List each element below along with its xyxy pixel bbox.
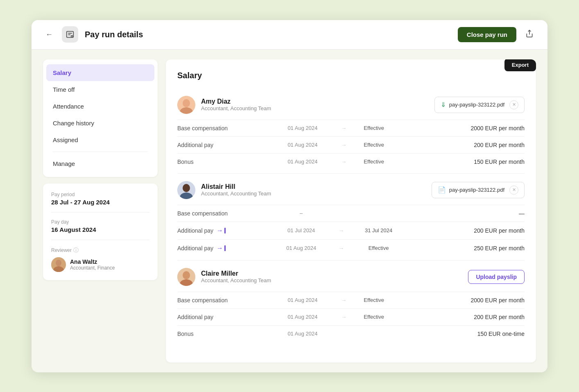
table-row: Bonus 01 Aug 2024 → Effective 150 EUR pe… <box>177 153 525 170</box>
upload-payslip-button[interactable]: Upload payslip <box>468 270 525 284</box>
avatar-claire <box>177 268 195 286</box>
svg-point-14 <box>183 184 190 192</box>
reviewer-name: Ana Waltz <box>70 258 115 265</box>
sidebar-item-salary[interactable]: Salary <box>46 64 154 81</box>
emp-role-alistair: Accountant, Accounting Team <box>201 190 426 197</box>
info-icon: ⓘ <box>73 247 79 254</box>
close-payslip-amy[interactable]: ✕ <box>509 100 518 109</box>
employee-block-alistair: Alistair Hill Accountant, Accounting Tea… <box>177 175 525 257</box>
svg-point-11 <box>183 99 190 107</box>
info-divider-2 <box>51 240 149 240</box>
page-title: Pay run details <box>85 30 451 39</box>
doc-icon: 📄 <box>438 186 446 194</box>
employee-block-amy: Amy Diaz Accountant, Accounting Team ⇓ p… <box>177 90 525 170</box>
emp-info-alistair: Alistair Hill Accountant, Accounting Tea… <box>201 183 426 197</box>
info-divider-1 <box>51 212 149 213</box>
history-arrow-icon-2[interactable]: → <box>217 245 226 252</box>
payslip-badge-amy[interactable]: ⇓ pay-payslip-323122.pdf ✕ <box>434 97 525 113</box>
emp-role-claire: Accountant, Accounting Team <box>201 277 462 283</box>
info-card: Pay period 28 Jul - 27 Aug 2024 Pay day … <box>43 184 158 280</box>
pay-period-value: 28 Jul - 27 Aug 2024 <box>51 199 149 206</box>
pay-day-value: 16 August 2024 <box>51 226 149 233</box>
sidebar-item-manage[interactable]: Manage <box>46 155 154 172</box>
pay-day-row: Pay day 16 August 2024 <box>51 219 149 233</box>
pay-day-label: Pay day <box>51 219 149 225</box>
reviewer-label: Reviewer ⓘ <box>51 247 149 254</box>
sidebar-item-attendance[interactable]: Attendance <box>46 98 154 115</box>
emp-role-amy: Accountant, Accounting Team <box>201 105 429 111</box>
reviewer-details: Ana Waltz Accountant, Finance <box>70 258 115 271</box>
employee-block-claire: Claire Miller Accountant, Accounting Tea… <box>177 262 525 342</box>
nav-divider <box>53 152 148 152</box>
avatar-amy <box>177 96 195 114</box>
reviewer-role: Accountant, Finance <box>70 265 115 271</box>
export-badge[interactable]: Export <box>504 59 536 71</box>
back-button[interactable]: ← <box>43 28 55 41</box>
content-area: Salary Time off Attendance Change histor… <box>32 50 547 372</box>
sidebar: Salary Time off Attendance Change histor… <box>43 59 158 363</box>
payslip-filename-alistair: pay-payslip-323122.pdf <box>449 187 504 193</box>
page-icon <box>62 26 78 43</box>
table-row: Additional pay 01 Aug 2024 → Effective 2… <box>177 136 525 153</box>
table-row: Additional pay → 01 Jul 2024 → 31 Jul 20… <box>177 222 525 239</box>
emp-name-alistair: Alistair Hill <box>201 183 426 190</box>
app-window: ← Pay run details Close pay run <box>32 20 547 372</box>
pay-period-label: Pay period <box>51 192 149 197</box>
emp-name-amy: Amy Diaz <box>201 98 429 105</box>
sidebar-item-change-history[interactable]: Change history <box>46 115 154 131</box>
table-row: Base compensation 01 Aug 2024 → Effectiv… <box>177 292 525 308</box>
reviewer-info: Ana Waltz Accountant, Finance <box>51 257 149 272</box>
section-divider-2 <box>177 260 525 261</box>
close-payslip-alistair[interactable]: ✕ <box>509 186 518 195</box>
history-arrow-icon[interactable]: → <box>217 227 226 234</box>
main-content: Salary Amy Diaz Accoun <box>166 59 536 357</box>
reviewer-row: Reviewer ⓘ Ana Waltz <box>51 247 149 272</box>
pay-table-claire: Base compensation 01 Aug 2024 → Effectiv… <box>177 292 525 342</box>
payslip-badge-alistair[interactable]: 📄 pay-payslip-323122.pdf ✕ <box>432 182 525 198</box>
emp-info-amy: Amy Diaz Accountant, Accounting Team <box>201 98 429 111</box>
payslip-filename-amy: pay-payslip-323122.pdf <box>449 102 504 108</box>
main-panel: Export Salary Amy Dia <box>166 59 536 363</box>
emp-info-claire: Claire Miller Accountant, Accounting Tea… <box>201 270 462 283</box>
top-bar: ← Pay run details Close pay run <box>32 20 547 50</box>
emp-name-claire: Claire Miller <box>201 270 462 277</box>
avatar-alistair <box>177 181 195 199</box>
table-row: Bonus 01 Aug 2024 150 EUR one-time <box>177 325 525 342</box>
share-button[interactable] <box>523 27 536 42</box>
download-icon: ⇓ <box>441 101 446 109</box>
section-divider-1 <box>177 173 525 174</box>
nav-card: Salary Time off Attendance Change histor… <box>43 59 158 177</box>
sidebar-item-time-off[interactable]: Time off <box>46 81 154 98</box>
avatar <box>51 257 66 272</box>
pay-table-alistair: Base compensation – — Additional pay → <box>177 205 525 257</box>
sidebar-item-assigned[interactable]: Assigned <box>46 131 154 148</box>
table-row: Base compensation 01 Aug 2024 → Effectiv… <box>177 120 525 136</box>
svg-point-8 <box>56 260 61 266</box>
table-row: Additional pay → 01 Aug 2024 → Effective… <box>177 239 525 257</box>
pay-period-row: Pay period 28 Jul - 27 Aug 2024 <box>51 192 149 206</box>
pay-table-amy: Base compensation 01 Aug 2024 → Effectiv… <box>177 120 525 170</box>
table-row: Additional pay 01 Aug 2024 → Effective 2… <box>177 308 525 325</box>
section-title: Salary <box>177 71 525 80</box>
close-pay-run-button[interactable]: Close pay run <box>458 27 516 42</box>
table-row: Base compensation – — <box>177 205 525 222</box>
employee-header-claire: Claire Miller Accountant, Accounting Tea… <box>177 262 525 292</box>
employee-header-alistair: Alistair Hill Accountant, Accounting Tea… <box>177 175 525 205</box>
svg-point-17 <box>183 271 190 279</box>
employee-header-amy: Amy Diaz Accountant, Accounting Team ⇓ p… <box>177 90 525 120</box>
